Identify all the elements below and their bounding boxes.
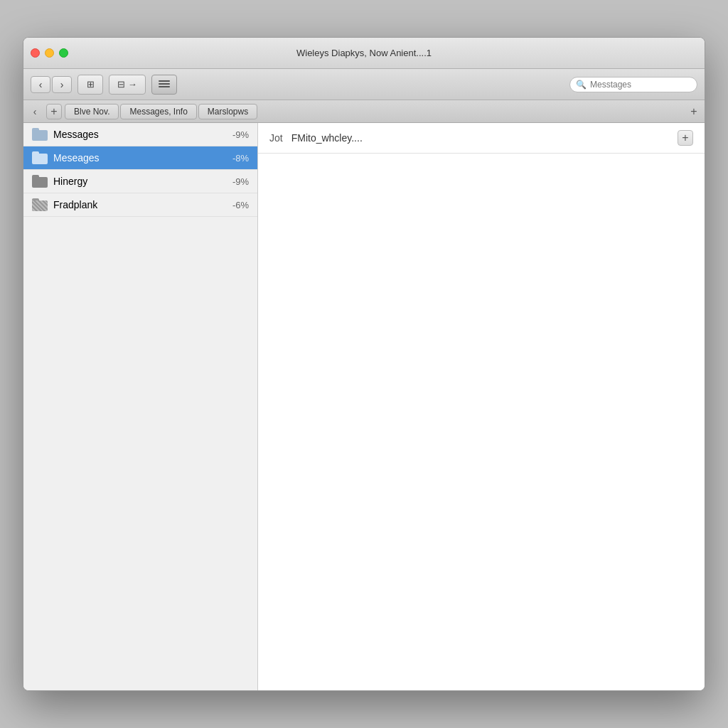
search-box[interactable]: 🔍 [569,77,697,92]
main-content: Messages -9% Meseages -8% Hinergy -9 [23,123,705,690]
detail-header: Jot FMito_whcley.... + [258,123,705,154]
sidebar-item-badge: -6% [232,200,249,210]
svg-rect-0 [159,80,170,82]
sidebar-item-badge: -9% [232,176,249,187]
titlebar: Wieleys Diapkys, Now Anient....1 [23,38,705,69]
tabs-back-button[interactable]: ‹ [26,104,43,119]
folder-icon [32,128,48,141]
detail-label: Jot [269,132,283,144]
detail-pane: Jot FMito_whcley.... + [258,123,705,690]
maximize-button[interactable] [59,48,68,58]
close-button[interactable] [31,48,40,58]
back-button[interactable]: ‹ [31,76,50,93]
sidebar-item-name: Fradplank [53,199,227,210]
sidebar-item-meseages[interactable]: Meseages -8% [23,146,257,170]
tab-add-button-right[interactable]: + [686,104,702,119]
sidebar-item-name: Meseages [53,152,227,164]
sidebar-item-badge: -9% [232,129,249,140]
icon-button-1[interactable]: ⊞ [77,75,103,95]
svg-rect-1 [159,83,170,85]
tab-add-button-left[interactable]: + [46,104,62,119]
folder-icon [32,175,48,188]
sidebar-item-hinergy[interactable]: Hinergy -9% [23,170,257,193]
svg-rect-2 [159,86,170,87]
folder-icon [32,151,48,164]
minimize-button[interactable] [45,48,54,58]
list-icon [158,80,171,90]
folder-icon [32,198,48,211]
icon-button-2[interactable]: ⊟ → [109,75,146,95]
sidebar: Messages -9% Meseages -8% Hinergy -9 [23,123,258,690]
center-icon-button[interactable] [151,75,177,95]
sidebar-item-messages[interactable]: Messages -9% [23,123,257,146]
detail-value: FMito_whcley.... [291,132,669,144]
sidebar-item-name: Messages [53,129,227,140]
nav-buttons: ‹ › [31,76,72,93]
sidebar-item-fradplank[interactable]: Fradplank -6% [23,193,257,217]
window-title: Wieleys Diapkys, Now Anient....1 [296,48,432,58]
tabs-bar: ‹ + Blve Nov. Messages, Info Marslopws + [23,100,705,123]
tab-messages-info[interactable]: Messages, Info [120,104,196,119]
detail-add-button[interactable]: + [678,130,693,146]
search-icon: 🔍 [576,80,587,90]
tab-marslopws[interactable]: Marslopws [198,104,257,119]
toolbar: ‹ › ⊞ ⊟ → 🔍 [23,69,705,100]
forward-button[interactable]: › [52,76,72,93]
tab-blve-nov[interactable]: Blve Nov. [65,104,119,119]
search-input[interactable] [590,80,691,90]
app-window: Wieleys Diapkys, Now Anient....1 ‹ › ⊞ ⊟… [23,37,705,691]
tabs-list: Blve Nov. Messages, Info Marslopws [65,104,686,119]
sidebar-item-badge: -8% [232,153,249,164]
sidebar-item-name: Hinergy [53,176,227,187]
traffic-lights [31,48,68,58]
